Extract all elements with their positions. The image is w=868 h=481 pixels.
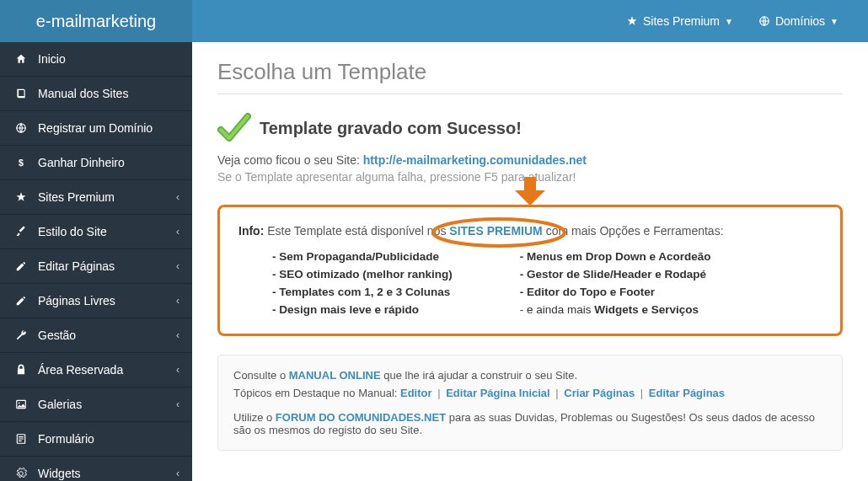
help-box: Consulte o MANUAL ONLINE que lhe irá aju… bbox=[217, 355, 843, 451]
divider bbox=[217, 94, 843, 94]
feature-item: - SEO otimizado (melhor ranking) bbox=[272, 265, 453, 283]
help-line-forum: Utilize o FORUM DO COMUNIDADES.NET para … bbox=[233, 411, 827, 436]
topbar-dominios[interactable]: Domínios ▼ bbox=[746, 0, 851, 42]
sidebar-item-label: Gestão bbox=[38, 329, 176, 342]
features-left: - Sem Propaganda/Publicidade - SEO otimi… bbox=[238, 248, 453, 318]
sidebar-item-ganhar-dinheiro[interactable]: $ Ganhar Dinheiro bbox=[0, 146, 192, 180]
feature-prefix: - e ainda mais bbox=[520, 303, 595, 316]
forum-link[interactable]: FORUM DO COMUNIDADES.NET bbox=[276, 411, 446, 424]
info-box: Info: Este Template está disponível nos … bbox=[217, 205, 843, 336]
chevron-left-icon: ‹ bbox=[176, 226, 179, 238]
chevron-left-icon: ‹ bbox=[176, 398, 179, 410]
help-line-manual: Consulte o MANUAL ONLINE que lhe irá aju… bbox=[233, 369, 827, 382]
edit-icon bbox=[13, 260, 29, 272]
info-label: Info: bbox=[238, 224, 264, 238]
topbar-label: Domínios bbox=[775, 14, 825, 28]
main: Sites Premium ▼ Domínios ▼ Escolha um Te… bbox=[192, 0, 868, 481]
feature-item: - Design mais leve e rápido bbox=[272, 301, 453, 318]
info-text: Info: Este Template está disponível nos … bbox=[238, 224, 822, 238]
wrench-icon bbox=[13, 329, 29, 341]
arrow-down-icon bbox=[510, 177, 550, 207]
check-icon bbox=[217, 111, 251, 145]
caret-down-icon: ▼ bbox=[725, 17, 733, 26]
chevron-left-icon: ‹ bbox=[176, 364, 179, 376]
topics-prefix: Tópicos em Destaque no Manual: bbox=[233, 387, 400, 399]
feature-item: - Templates com 1, 2 e 3 Colunas bbox=[272, 283, 453, 301]
star-icon bbox=[626, 15, 638, 27]
sites-premium-link[interactable]: SITES PREMIUM bbox=[449, 224, 542, 238]
info-after: com mais Opções e Ferramentas: bbox=[543, 224, 724, 238]
feature-item: - Sem Propaganda/Publicidade bbox=[272, 248, 453, 265]
sidebar-item-label: Widgets bbox=[38, 467, 176, 480]
sidebar: e-mailmarketing Inicio Manual dos Sites … bbox=[0, 0, 192, 481]
site-url-link[interactable]: http://e-mailmarketing.comunidades.net bbox=[363, 153, 587, 167]
chevron-left-icon: ‹ bbox=[176, 295, 179, 307]
topbar-sites-premium[interactable]: Sites Premium ▼ bbox=[613, 0, 746, 42]
home-icon bbox=[13, 53, 29, 65]
globe-icon bbox=[758, 15, 770, 27]
chevron-left-icon: ‹ bbox=[176, 191, 179, 203]
feature-item: - Gestor de Slide/Header e Rodapé bbox=[520, 265, 711, 283]
sidebar-item-label: Estilo do Site bbox=[38, 225, 176, 238]
content: Escolha um Template Template gravado com… bbox=[192, 42, 868, 481]
sidebar-item-manual[interactable]: Manual dos Sites bbox=[0, 77, 192, 111]
features-right: - Menus em Drop Down e Acordeão - Gestor… bbox=[486, 248, 711, 318]
globe-icon bbox=[13, 122, 29, 134]
features-columns: - Sem Propaganda/Publicidade - SEO otimi… bbox=[238, 248, 822, 318]
topic-link-editor[interactable]: Editor bbox=[400, 387, 432, 399]
manual-online-link[interactable]: MANUAL ONLINE bbox=[289, 369, 381, 382]
form-icon bbox=[13, 433, 29, 445]
help-line-topics: Tópicos em Destaque no Manual: Editor | … bbox=[233, 387, 827, 399]
sidebar-item-label: Páginas Livres bbox=[38, 294, 176, 307]
feature-item: - Editor do Topo e Footer bbox=[520, 283, 711, 301]
svg-point-3 bbox=[19, 402, 20, 404]
topic-link-criar-paginas[interactable]: Criar Páginas bbox=[564, 387, 635, 399]
chevron-left-icon: ‹ bbox=[176, 329, 179, 341]
info-before: Este Template está disponível nos bbox=[264, 224, 449, 238]
site-link-line: Veja como ficou o seu Site: http://e-mai… bbox=[217, 153, 843, 167]
sidebar-item-editar-paginas[interactable]: Editar Páginas ‹ bbox=[0, 249, 192, 284]
sidebar-item-label: Registrar um Domínio bbox=[38, 121, 179, 135]
sidebar-item-label: Inicio bbox=[38, 52, 179, 66]
app-root: e-mailmarketing Inicio Manual dos Sites … bbox=[0, 0, 868, 481]
sidebar-item-paginas-livres[interactable]: Páginas Livres ‹ bbox=[0, 284, 192, 318]
sidebar-item-gestao[interactable]: Gestão ‹ bbox=[0, 318, 192, 353]
sidebar-item-sites-premium[interactable]: Sites Premium ‹ bbox=[0, 180, 192, 215]
success-title: Template gravado com Sucesso! bbox=[260, 119, 522, 138]
sidebar-item-label: Sites Premium bbox=[38, 190, 176, 204]
chevron-left-icon: ‹ bbox=[176, 260, 179, 272]
sidebar-item-label: Ganhar Dinheiro bbox=[38, 156, 179, 169]
feature-item: - e ainda mais Widgets e Serviços bbox=[520, 301, 711, 318]
sidebar-item-widgets[interactable]: Widgets ‹ bbox=[0, 457, 192, 481]
topic-link-editar-paginas[interactable]: Editar Páginas bbox=[649, 387, 725, 399]
page-title: Escolha um Template bbox=[217, 59, 843, 85]
topbar-label: Sites Premium bbox=[643, 14, 720, 28]
feature-item: - Menus em Drop Down e Acordeão bbox=[520, 248, 711, 265]
success-banner: Template gravado com Sucesso! bbox=[217, 111, 843, 145]
sidebar-item-formulario[interactable]: Formulário bbox=[0, 422, 192, 457]
svg-text:$: $ bbox=[19, 158, 24, 168]
sidebar-item-label: Editar Páginas bbox=[38, 259, 176, 273]
image-icon bbox=[13, 398, 29, 410]
sidebar-item-galerias[interactable]: Galerias ‹ bbox=[0, 387, 192, 422]
lock-icon bbox=[13, 364, 29, 376]
caret-down-icon: ▼ bbox=[830, 17, 839, 26]
edit-icon bbox=[13, 295, 29, 307]
sidebar-item-label: Manual dos Sites bbox=[38, 87, 179, 100]
book-icon bbox=[13, 88, 29, 99]
sidebar-item-label: Galerias bbox=[38, 398, 176, 411]
dollar-icon: $ bbox=[13, 157, 29, 168]
site-link-prefix: Veja como ficou o seu Site: bbox=[217, 153, 363, 167]
svg-rect-6 bbox=[524, 177, 536, 190]
sidebar-item-inicio[interactable]: Inicio bbox=[0, 42, 192, 77]
brush-icon bbox=[13, 226, 29, 238]
feature-bold: Widgets e Serviços bbox=[594, 303, 699, 316]
sidebar-item-estilo-site[interactable]: Estilo do Site ‹ bbox=[0, 215, 192, 249]
topbar: Sites Premium ▼ Domínios ▼ bbox=[192, 0, 868, 42]
sidebar-item-registrar-dominio[interactable]: Registrar um Domínio bbox=[0, 111, 192, 146]
sidebar-item-area-reservada[interactable]: Área Reservada ‹ bbox=[0, 353, 192, 387]
sidebar-menu: Inicio Manual dos Sites Registrar um Dom… bbox=[0, 42, 192, 481]
topic-link-editar-inicial[interactable]: Editar Página Inicial bbox=[446, 387, 550, 399]
chevron-left-icon: ‹ bbox=[176, 468, 179, 479]
brand[interactable]: e-mailmarketing bbox=[0, 0, 192, 42]
